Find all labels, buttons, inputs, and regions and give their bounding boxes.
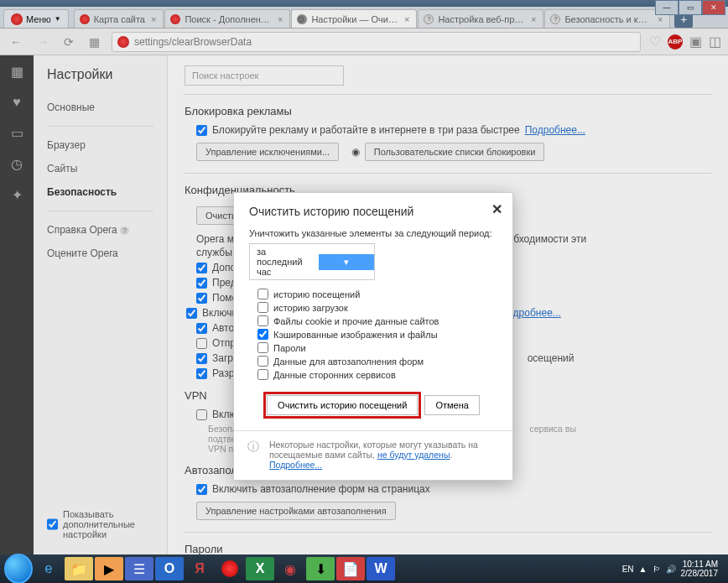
speed-dial-icon[interactable]: ▦ xyxy=(11,64,23,80)
heart-icon[interactable]: ♥ xyxy=(13,95,21,110)
sidebar-item-help[interactable]: Справка Opera ? xyxy=(34,218,167,242)
tab-close-button[interactable]: × xyxy=(276,14,284,24)
taskbar-yandex-icon[interactable]: Я xyxy=(185,557,214,580)
browser-tab[interactable]: Карта сайта× xyxy=(74,9,164,28)
window-close-button[interactable]: ✕ xyxy=(702,0,725,15)
modal-item-checkbox[interactable] xyxy=(257,342,268,353)
taskbar-word-icon[interactable]: W xyxy=(367,557,395,580)
tab-close-button[interactable]: × xyxy=(529,14,538,24)
privacy-opt-checkbox[interactable] xyxy=(196,278,207,289)
browser-tab[interactable]: Поиск - Дополнения Ор× xyxy=(164,9,290,28)
window-maximize-button[interactable]: ▭ xyxy=(679,0,702,15)
modal-item[interactable]: Файлы cookie и прочие данные сайтов xyxy=(257,315,497,326)
history-icon[interactable]: ◷ xyxy=(11,156,23,172)
taskbar-pdf-icon[interactable]: 📄 xyxy=(336,557,365,580)
modal-item-checkbox[interactable] xyxy=(257,329,268,340)
sidebar-item-browser[interactable]: Браузер xyxy=(34,133,167,157)
privacy-opt-checkbox[interactable] xyxy=(196,293,207,304)
modal-more-link[interactable]: Подробнее... xyxy=(269,460,322,470)
not-deleted-link[interactable]: не будут удалены xyxy=(377,450,450,460)
privacy-opt-checkbox[interactable] xyxy=(196,323,207,334)
taskbar-excel-icon[interactable]: X xyxy=(246,557,274,580)
modal-item-checkbox[interactable] xyxy=(257,315,268,326)
back-button[interactable]: ← xyxy=(7,34,25,50)
tab-favicon xyxy=(80,14,90,24)
tab-title: Поиск - Дополнения Ор xyxy=(185,14,272,24)
tray-date: 2/28/2017 xyxy=(681,569,719,578)
sidebar-item-rate[interactable]: Оцените Opera xyxy=(34,242,167,265)
autofill-checkbox[interactable] xyxy=(196,484,207,495)
tab-title: Настройки — Очистить и xyxy=(311,14,398,24)
address-bar: ← → ⟳ ▦ settings/clearBrowserData ♡ ABP … xyxy=(0,29,728,55)
modal-item-checkbox[interactable] xyxy=(257,302,268,313)
browser-tab[interactable]: ?Безопасность и конфид× xyxy=(544,9,670,28)
taskbar-ie-icon[interactable]: e xyxy=(34,557,63,580)
system-tray[interactable]: EN ▲ 🏳 🔊 10:11 AM 2/28/2017 xyxy=(622,560,725,578)
privacy-opt-checkbox[interactable] xyxy=(196,368,207,379)
modal-item-checkbox[interactable] xyxy=(257,289,268,299)
forward-button[interactable]: → xyxy=(34,34,52,50)
tab-close-button[interactable]: × xyxy=(403,14,411,24)
cancel-button[interactable]: Отмена xyxy=(424,395,479,415)
browser-tab[interactable]: ?Настройка веб-предпоч× xyxy=(418,9,543,28)
modal-item[interactable]: Пароли xyxy=(257,342,497,353)
modal-item[interactable]: Данные для автозаполнения форм xyxy=(257,356,497,367)
modal-item-checkbox[interactable] xyxy=(257,356,268,367)
tab-close-button[interactable]: × xyxy=(149,14,158,24)
adblock-lists-button[interactable]: Пользовательские списки блокировки xyxy=(365,143,545,161)
news-icon[interactable]: ▭ xyxy=(11,125,23,141)
left-icon-bar: ▦ ♥ ▭ ◷ ✦ xyxy=(0,55,34,560)
adblock-more-link[interactable]: Подробнее... xyxy=(525,124,585,136)
taskbar-explorer-icon[interactable]: 📁 xyxy=(65,557,93,580)
tab-favicon: ⚙ xyxy=(297,14,307,24)
speed-dial-button[interactable]: ▦ xyxy=(86,34,103,50)
sidebar-item-basic[interactable]: Основные xyxy=(34,96,167,119)
privacy-opt-checkbox[interactable] xyxy=(186,308,197,319)
bookmark-icon[interactable]: ♡ xyxy=(649,34,661,49)
tray-lang[interactable]: EN xyxy=(622,565,634,574)
privacy-opt-checkbox[interactable] xyxy=(196,353,207,364)
tray-flag-icon[interactable]: 🏳 xyxy=(653,565,661,574)
modal-title: Очистить историю посещений xyxy=(249,205,497,218)
tab-favicon xyxy=(170,14,180,24)
extension-icon[interactable]: ▣ xyxy=(689,34,702,49)
taskbar-browser-icon[interactable]: ◉ xyxy=(276,557,304,580)
tab-favicon: ? xyxy=(424,14,434,24)
reload-button[interactable]: ⟳ xyxy=(60,34,77,50)
browser-tab[interactable]: ⚙Настройки — Очистить и× xyxy=(291,9,417,28)
modal-item[interactable]: историю посещений xyxy=(257,289,497,299)
windows-taskbar: e 📁 ▶ ☰ O Я X ◉ ⬇ 📄 W EN ▲ 🏳 🔊 10:11 AM … xyxy=(0,554,728,583)
url-field[interactable]: settings/clearBrowserData xyxy=(112,32,641,52)
vpn-checkbox[interactable] xyxy=(196,409,207,420)
adblock-icon[interactable]: ABP xyxy=(668,34,683,49)
privacy-opt-checkbox[interactable] xyxy=(196,263,207,273)
sidebar-item-sites[interactable]: Сайты xyxy=(34,157,167,180)
tray-volume-icon[interactable]: 🔊 xyxy=(666,565,676,574)
taskbar-app2-icon[interactable]: ⬇ xyxy=(306,557,335,580)
start-button[interactable] xyxy=(4,557,33,580)
modal-item[interactable]: Кэшированные изображения и файлы xyxy=(257,329,497,340)
modal-item-checkbox[interactable] xyxy=(257,369,268,380)
extension-icon-2[interactable]: ◫ xyxy=(709,34,721,49)
modal-item[interactable]: Данные сторонних сервисов xyxy=(257,369,497,380)
taskbar-opera-icon[interactable] xyxy=(216,557,244,580)
show-advanced-checkbox[interactable]: Показывать дополнительные настройки xyxy=(44,509,164,539)
modal-item[interactable]: историю загрузок xyxy=(257,302,497,313)
tray-up-icon[interactable]: ▲ xyxy=(639,565,647,574)
sidebar-item-security[interactable]: Безопасность xyxy=(34,180,167,204)
extensions-icon[interactable]: ✦ xyxy=(12,187,23,203)
adblock-checkbox[interactable] xyxy=(196,125,207,136)
window-minimize-button[interactable]: — xyxy=(655,0,679,15)
privacy-opt-checkbox[interactable] xyxy=(196,338,207,349)
autofill-manage-button[interactable]: Управление настройками автозаполнения xyxy=(196,502,396,520)
settings-search-input[interactable]: Поиск настроек xyxy=(185,65,344,86)
adblock-exceptions-button[interactable]: Управление исключениями... xyxy=(196,143,339,161)
opera-menu-button[interactable]: Меню ▼ xyxy=(3,9,69,28)
taskbar-outlook-icon[interactable]: O xyxy=(155,557,184,580)
taskbar-player-icon[interactable]: ▶ xyxy=(95,557,123,580)
modal-close-button[interactable]: ✕ xyxy=(491,201,502,217)
taskbar-app-icon[interactable]: ☰ xyxy=(125,557,153,580)
period-dropdown[interactable]: за последний час ▾ xyxy=(249,243,375,280)
tab-close-button[interactable]: × xyxy=(656,14,664,24)
confirm-clear-button[interactable]: Очистить историю посещений xyxy=(267,395,418,415)
